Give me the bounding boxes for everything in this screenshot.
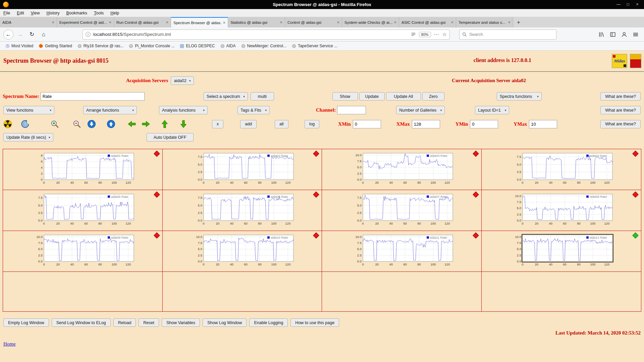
refresh-globe-icon[interactable] bbox=[21, 120, 30, 128]
log-button[interactable]: log bbox=[305, 120, 320, 128]
menu-file[interactable]: File bbox=[0, 11, 13, 15]
menu-edit[interactable]: Edit bbox=[13, 11, 28, 15]
bookmark-pi-monitor-console[interactable]: Pi_Monitor Console ... bbox=[126, 44, 177, 48]
tab-5[interactable]: Statistics @ aidas-gsi× bbox=[228, 17, 285, 27]
spectrum-cell-11[interactable]: 0.02.55.07.510.0020406080100120aida11 Ra… bbox=[322, 231, 482, 272]
tab-7[interactable]: System wide Checks @ ai...× bbox=[342, 17, 399, 27]
new-tab-button[interactable]: + bbox=[513, 17, 524, 27]
show-variables-button[interactable]: Show Variables bbox=[162, 318, 200, 327]
multi-button[interactable]: multi bbox=[251, 92, 274, 101]
update-all-button[interactable]: Update All bbox=[386, 92, 421, 101]
reset-button[interactable]: Reset bbox=[139, 318, 159, 327]
green-left-arrow-icon[interactable] bbox=[127, 120, 136, 128]
what-are-these-button[interactable]: What are these? bbox=[600, 92, 641, 101]
green-up-arrow-icon[interactable] bbox=[160, 120, 169, 128]
ymin-input[interactable] bbox=[470, 120, 498, 128]
search-bar[interactable]: Search bbox=[459, 29, 556, 40]
all-button[interactable]: all bbox=[275, 120, 288, 128]
bookmark-newmerger-control[interactable]: NewMerger: Control... bbox=[238, 44, 289, 48]
green-down-arrow-icon[interactable] bbox=[179, 120, 188, 128]
account-icon[interactable] bbox=[621, 32, 627, 38]
x-button[interactable]: x bbox=[212, 120, 223, 128]
add-button[interactable]: add bbox=[240, 120, 257, 128]
tab-4[interactable]: Spectrum Browser @ aidas...× bbox=[171, 17, 228, 27]
reload-button[interactable]: Reload bbox=[113, 318, 136, 327]
zoom-in-icon[interactable] bbox=[50, 120, 59, 128]
forward-button[interactable]: → bbox=[15, 29, 25, 40]
spectrum-cell-7[interactable]: 0.02.55.07.5020406080100120aida07 Rate bbox=[322, 190, 482, 231]
spectrum-cell-3[interactable]: 0.02.55.07.510.0020406080100120aida03 Ra… bbox=[322, 149, 482, 190]
site-info-icon[interactable]: i bbox=[86, 32, 91, 37]
tags-fits-dropdown[interactable]: Tags & Fits▾ bbox=[237, 106, 270, 114]
empty-log-window-button[interactable]: Empty Log Window bbox=[3, 318, 49, 327]
back-button[interactable]: ← bbox=[3, 29, 13, 40]
library-icon[interactable] bbox=[598, 32, 604, 38]
tab-1[interactable]: AIDA× bbox=[0, 17, 57, 27]
page-actions-icon[interactable]: ⋯ bbox=[434, 32, 439, 38]
tab-close-icon[interactable]: × bbox=[451, 20, 453, 25]
zero-button[interactable]: Zero bbox=[422, 92, 444, 101]
send-log-window-to-elog-button[interactable]: Send Log Window to ELog bbox=[52, 318, 111, 327]
tab-close-icon[interactable]: × bbox=[52, 20, 54, 25]
select-spectrum-dropdown[interactable]: Select a spectrum▾ bbox=[204, 92, 248, 101]
minimize-icon[interactable]: — bbox=[614, 0, 623, 9]
home-link[interactable]: Home bbox=[3, 341, 16, 347]
bookmark-most-visited[interactable]: Most Visited bbox=[3, 44, 36, 48]
tab-close-icon[interactable]: × bbox=[223, 20, 225, 25]
circle-down-arrow-icon[interactable] bbox=[87, 120, 96, 128]
tab-close-icon[interactable]: × bbox=[508, 20, 511, 25]
tab-close-icon[interactable]: × bbox=[337, 20, 339, 25]
spectrum-cell-6[interactable]: 0.02.55.07.5020406080100120aida06 Rate bbox=[163, 190, 322, 231]
spectrum-cell-4[interactable]: 0.02.55.07.5020406080100120aida04 Rate bbox=[482, 149, 641, 190]
spectrum-cell-12[interactable]: 0.02.55.07.510.0020406080100120aida12 Ra… bbox=[482, 231, 641, 272]
spectrum-name-input[interactable] bbox=[41, 92, 145, 101]
show-log-window-button[interactable]: Show Log Window bbox=[203, 318, 247, 327]
analysis-functions-dropdown[interactable]: Analysis functions▾ bbox=[159, 106, 208, 114]
zoom-level-button[interactable]: 80% bbox=[419, 32, 431, 37]
xmin-input[interactable] bbox=[353, 120, 381, 128]
tab-close-icon[interactable]: × bbox=[394, 20, 396, 25]
tab-close-icon[interactable]: × bbox=[166, 20, 168, 25]
tab-close-icon[interactable]: × bbox=[109, 20, 111, 25]
update-button[interactable]: Update bbox=[359, 92, 385, 101]
spectrum-cell-5[interactable]: 0.02.55.07.5020406080100120aida05 Rate bbox=[3, 190, 163, 231]
acquisition-server-select[interactable]: aida02▾ bbox=[171, 76, 194, 85]
reader-mode-icon[interactable] bbox=[411, 32, 416, 37]
bookmark-tapeserver-service[interactable]: TapeServer Service ... bbox=[289, 44, 340, 48]
bookmark-aida[interactable]: AIDA bbox=[218, 44, 238, 48]
layout-id-dropdown[interactable]: Layout ID=1▾ bbox=[475, 106, 509, 114]
spectrum-cell-8[interactable]: 0.02.55.07.510.0020406080100120aida08 Ra… bbox=[482, 190, 641, 231]
enable-logging-button[interactable]: Enable Logging bbox=[249, 318, 288, 327]
menu-help[interactable]: Help bbox=[107, 11, 122, 15]
tab-2[interactable]: Experiment Control @ aid...× bbox=[57, 17, 114, 27]
number-of-galleries-dropdown[interactable]: Number of Galleries▾ bbox=[396, 106, 445, 114]
bookmark-getting-started[interactable]: Getting Started bbox=[36, 44, 75, 48]
reload-button[interactable]: ↻ bbox=[27, 29, 37, 40]
spectra-functions-dropdown[interactable]: Spectra functions▾ bbox=[497, 92, 542, 101]
menu-view[interactable]: View bbox=[28, 11, 43, 15]
maximize-icon[interactable]: □ bbox=[623, 0, 633, 9]
tab-9[interactable]: Temperature and status s...× bbox=[456, 17, 513, 27]
xmax-input[interactable] bbox=[412, 120, 440, 128]
what-are-these-button[interactable]: What are these? bbox=[600, 106, 641, 114]
tab-8[interactable]: ASIC Control @ aidas-gsi× bbox=[399, 17, 456, 27]
close-icon[interactable]: × bbox=[633, 0, 642, 9]
arrange-functions-dropdown[interactable]: Arrange functions▾ bbox=[83, 106, 137, 114]
menu-bookmarks[interactable]: Bookmarks bbox=[63, 11, 91, 15]
channel-input[interactable] bbox=[337, 106, 366, 114]
menu-history[interactable]: History bbox=[43, 11, 63, 15]
show-button[interactable]: Show bbox=[332, 92, 358, 101]
radiation-icon[interactable] bbox=[3, 120, 12, 128]
spectrum-cell-1[interactable]: 02468020406080100120aida01 Rate bbox=[3, 149, 163, 190]
green-right-arrow-icon[interactable] bbox=[142, 120, 150, 128]
update-rate-dropdown[interactable]: Update Rate (8 secs)▾ bbox=[3, 133, 53, 141]
auto-update-button[interactable]: Auto Update OFF bbox=[147, 133, 194, 141]
url-bar[interactable]: i localhost:8015/Spectrum/Spectrum.tml 8… bbox=[83, 29, 450, 40]
tab-6[interactable]: Control @ aidas-gsi× bbox=[285, 17, 342, 27]
sidebar-icon[interactable] bbox=[610, 32, 616, 38]
menu-tools[interactable]: Tools bbox=[91, 11, 107, 15]
bookmark-elog-despec[interactable]: ELOG DESPEC bbox=[177, 44, 217, 48]
tab-close-icon[interactable]: × bbox=[280, 20, 282, 25]
zoom-out-icon[interactable] bbox=[72, 120, 81, 128]
tab-3[interactable]: Run Control @ aidas-gsi× bbox=[114, 17, 171, 27]
